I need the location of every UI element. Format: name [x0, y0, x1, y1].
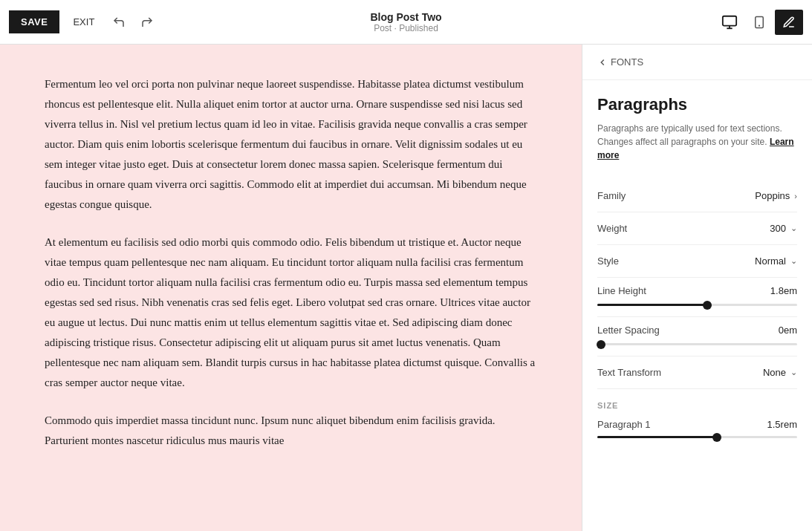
paragraph1-size-track[interactable] [597, 436, 797, 438]
line-height-value: 1.8em [770, 285, 797, 296]
chevron-left-icon [597, 57, 608, 68]
line-height-track[interactable] [597, 304, 797, 306]
undo-icon [112, 16, 126, 29]
text-transform-value: None [763, 367, 786, 378]
text-transform-value-group[interactable]: None ⌄ [763, 367, 797, 378]
line-height-row: Line Height 1.8em [597, 278, 797, 317]
panel-back-label: FONTS [611, 56, 643, 68]
letter-spacing-row: Letter Spacing 0em [597, 317, 797, 356]
style-caret: ⌄ [790, 256, 797, 266]
paragraph1-size-row: Paragraph 1 1.5rem [597, 419, 797, 430]
save-button[interactable]: SAVE [9, 10, 59, 33]
panel-body: Paragraphs Paragraphs are typically used… [582, 80, 812, 459]
panel-description: Paragraphs are typically used for text s… [597, 122, 797, 162]
text-transform-label: Text Transform [597, 367, 661, 378]
letter-spacing-value: 0em [779, 325, 797, 336]
paragraph1-size-fill [597, 436, 717, 438]
svg-rect-0 [723, 16, 736, 25]
desktop-icon [721, 14, 738, 30]
paragraph1-size-thumb[interactable] [712, 433, 721, 442]
text-transform-caret: ⌄ [790, 368, 797, 377]
paint-icon [782, 16, 796, 29]
toolbar-center: Blog Post Two Post · Published [370, 11, 441, 33]
family-value-group[interactable]: Poppins › [755, 190, 797, 201]
line-height-header: Line Height 1.8em [597, 285, 797, 296]
editor-content: Fermentum leo vel orci porta non pulvina… [45, 74, 537, 451]
weight-value-group[interactable]: 300 ⌄ [770, 223, 797, 234]
editor-area: Fermentum leo vel orci porta non pulvina… [0, 45, 582, 531]
letter-spacing-label: Letter Spacing [597, 325, 660, 336]
redo-icon [140, 16, 154, 29]
size-section: SIZE Paragraph 1 1.5rem [597, 389, 797, 438]
mobile-icon [753, 14, 766, 30]
family-caret: › [794, 192, 797, 201]
letter-spacing-header: Letter Spacing 0em [597, 325, 797, 336]
size-section-label: SIZE [597, 401, 797, 410]
post-subtitle: Post · Published [370, 23, 441, 33]
weight-value: 300 [770, 223, 786, 234]
style-value: Normal [755, 255, 786, 267]
paragraph1-size-label: Paragraph 1 [597, 419, 651, 430]
main-area: Fermentum leo vel orci porta non pulvina… [0, 45, 812, 531]
design-button[interactable] [775, 10, 803, 35]
paragraph-3: Commodo quis imperdiet massa tincidunt n… [45, 411, 537, 451]
weight-caret: ⌄ [790, 224, 797, 233]
mobile-view-button[interactable] [747, 10, 772, 35]
undo-button[interactable] [108, 11, 130, 33]
style-value-group[interactable]: Normal ⌄ [755, 255, 797, 267]
style-label: Style [597, 255, 619, 267]
line-height-label: Line Height [597, 285, 646, 296]
fonts-panel: FONTS Paragraphs Paragraphs are typicall… [582, 45, 812, 531]
toolbar: SAVE EXIT Blog Post Two Post · Published [0, 0, 812, 45]
panel-header: FONTS [582, 45, 812, 80]
exit-button[interactable]: EXIT [65, 12, 102, 32]
toolbar-right [715, 10, 803, 35]
paragraph-2: At elementum eu facilisis sed odio morbi… [45, 232, 537, 393]
panel-back-button[interactable]: FONTS [597, 56, 643, 68]
desktop-view-button[interactable] [715, 10, 744, 35]
text-transform-row: Text Transform None ⌄ [597, 356, 797, 389]
letter-spacing-thumb[interactable] [597, 340, 605, 349]
family-label: Family [597, 190, 626, 201]
weight-label: Weight [597, 223, 627, 234]
paragraph-1: Fermentum leo vel orci porta non pulvina… [45, 74, 537, 215]
redo-button[interactable] [136, 11, 158, 33]
weight-row: Weight 300 ⌄ [597, 212, 797, 245]
paragraph1-size-value: 1.5rem [767, 419, 797, 430]
family-value: Poppins [755, 190, 790, 201]
post-title: Blog Post Two [370, 11, 441, 23]
line-height-fill [597, 304, 707, 306]
style-row: Style Normal ⌄ [597, 245, 797, 278]
line-height-thumb[interactable] [703, 301, 712, 310]
family-row: Family Poppins › [597, 180, 797, 212]
letter-spacing-track[interactable] [597, 343, 797, 345]
panel-section-title: Paragraphs [597, 95, 797, 114]
